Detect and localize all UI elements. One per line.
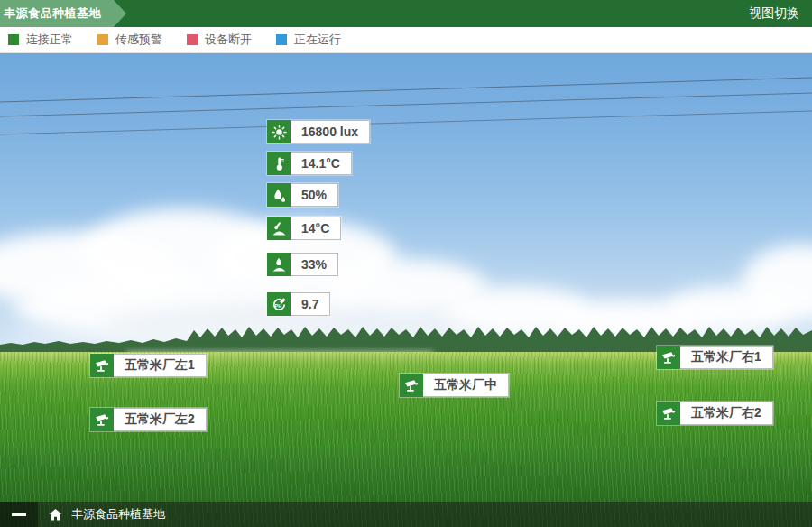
legend-orange-swatch (97, 34, 108, 45)
camera-icon (400, 374, 423, 397)
legend-green-swatch (8, 34, 19, 45)
camera-icon (657, 346, 680, 369)
app-window: 丰源食品种植基地 视图切换 连接正常 传感预警 设备断开 正在运行 (0, 0, 812, 527)
header-bar: 丰源食品种植基地 视图切换 (0, 0, 812, 27)
camera-label: 五常米厂左2 (114, 408, 207, 431)
sensor-value: 14°C (291, 217, 341, 240)
camera-badge-left-2[interactable]: 五常米厂左2 (90, 408, 207, 431)
home-icon[interactable] (49, 508, 62, 522)
legend-item-running: 正在运行 (276, 32, 341, 48)
light-icon (267, 120, 291, 143)
footer-bar: 丰源食品种植基地 (0, 502, 812, 527)
sensor-value: 50% (291, 183, 338, 207)
soil-moisture-icon (267, 253, 291, 276)
field-photo-scene: 16800 lux 14.1°C 50% (0, 53, 812, 527)
air-humidity-icon (267, 183, 291, 207)
camera-icon (90, 408, 114, 431)
legend-item-sensor-warning: 传感预警 (97, 32, 162, 48)
camera-badge-right-2[interactable]: 五常米厂右2 (657, 402, 773, 425)
ph-icon: PH (267, 292, 291, 316)
sensor-badge-ph[interactable]: PH 9.7 (267, 292, 330, 316)
legend-item-disconnected: 设备断开 (187, 32, 252, 48)
status-legend: 连接正常 传感预警 设备断开 正在运行 (0, 27, 812, 53)
sensor-value: 16800 lux (291, 120, 370, 143)
svg-text:PH: PH (274, 302, 281, 308)
minus-icon (12, 513, 26, 516)
legend-blue-swatch (276, 34, 287, 45)
view-switch-button[interactable]: 视图切换 (749, 5, 812, 22)
legend-item-connected: 连接正常 (8, 32, 73, 48)
page-title: 丰源食品种植基地 (0, 0, 126, 27)
camera-icon (90, 354, 114, 377)
air-temperature-icon (267, 152, 291, 175)
legend-red-swatch (187, 34, 198, 45)
sensor-value: 9.7 (291, 292, 330, 316)
page-title-label: 丰源食品种植基地 (4, 5, 101, 22)
sensor-badge-air-humidity[interactable]: 50% (267, 183, 338, 207)
camera-badge-center[interactable]: 五常米厂中 (400, 374, 509, 397)
collapse-button[interactable] (0, 502, 38, 527)
sensor-value: 33% (291, 253, 338, 276)
sensor-value: 14.1°C (291, 152, 352, 175)
sensor-badge-air-temperature[interactable]: 14.1°C (267, 152, 352, 175)
camera-label: 五常米厂右1 (680, 346, 773, 369)
camera-label: 五常米厂右2 (680, 402, 773, 425)
camera-badge-right-1[interactable]: 五常米厂右1 (657, 346, 773, 369)
camera-label: 五常米厂左1 (114, 354, 207, 377)
camera-icon (657, 402, 680, 425)
sensor-badge-light[interactable]: 16800 lux (267, 120, 370, 143)
footer-title: 丰源食品种植基地 (71, 506, 165, 522)
sensor-badge-soil-temperature[interactable]: 14°C (267, 217, 341, 240)
soil-temperature-icon (267, 217, 291, 240)
camera-label: 五常米厂中 (423, 374, 509, 397)
sensor-badge-soil-moisture[interactable]: 33% (267, 253, 338, 276)
camera-badge-left-1[interactable]: 五常米厂左1 (90, 354, 207, 377)
